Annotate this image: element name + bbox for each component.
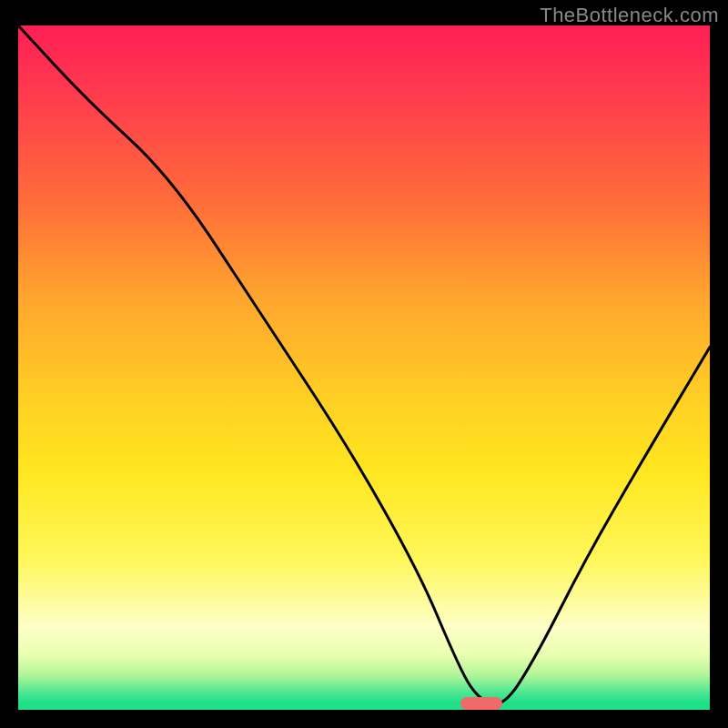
chart-frame: TheBottleneck.com (0, 0, 728, 728)
optimal-marker (460, 697, 502, 710)
plot-area (18, 25, 710, 710)
bottleneck-curve (18, 25, 710, 710)
watermark-text: TheBottleneck.com (540, 4, 719, 27)
